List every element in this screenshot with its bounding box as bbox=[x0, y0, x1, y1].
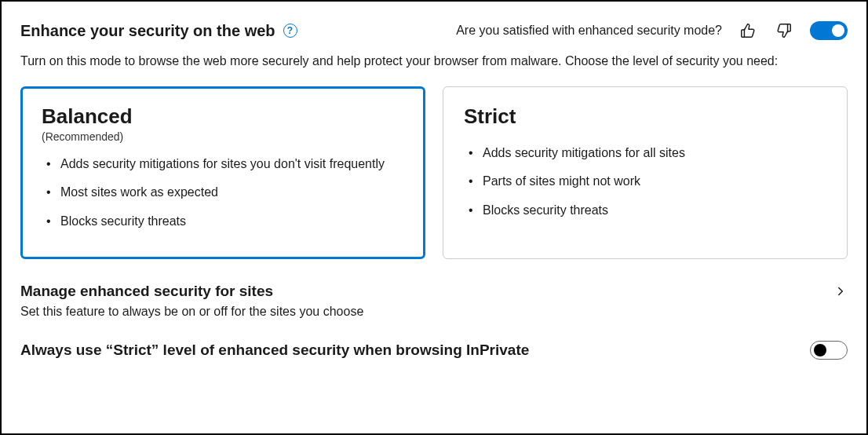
enhance-security-toggle[interactable] bbox=[810, 21, 848, 40]
mode-subtitle-balanced: (Recommended) bbox=[42, 130, 404, 143]
thumbs-up-icon bbox=[739, 22, 757, 39]
mode-bullet: Parts of sites might not work bbox=[464, 173, 826, 190]
mode-bullet: Adds security mitigations for all sites bbox=[464, 144, 826, 162]
mode-bullet: Adds security mitigations for sites you … bbox=[42, 155, 404, 173]
manage-sites-description: Set this feature to always be on or off … bbox=[20, 305, 848, 319]
header-row: Enhance your security on the web ? Are y… bbox=[20, 20, 848, 41]
help-icon[interactable]: ? bbox=[283, 24, 297, 38]
mode-bullets-balanced: Adds security mitigations for sites you … bbox=[42, 155, 404, 230]
thumbs-down-button[interactable] bbox=[774, 20, 794, 41]
mode-bullet: Blocks security threats bbox=[464, 202, 826, 219]
toggle-knob bbox=[832, 24, 844, 37]
mode-bullets-strict: Adds security mitigations for all sites … bbox=[464, 144, 826, 219]
mode-cards: Balanced (Recommended) Adds security mit… bbox=[20, 86, 848, 259]
thumbs-down-icon bbox=[775, 22, 793, 39]
header-left: Enhance your security on the web ? bbox=[20, 22, 297, 40]
toggle-knob bbox=[814, 344, 826, 356]
manage-sites-title: Manage enhanced security for sites bbox=[20, 283, 273, 300]
feedback-question: Are you satisfied with enhanced security… bbox=[456, 24, 722, 38]
inprivate-row: Always use “Strict” level of enhanced se… bbox=[20, 341, 848, 360]
mode-card-balanced[interactable]: Balanced (Recommended) Adds security mit… bbox=[20, 86, 425, 259]
manage-sites-row[interactable]: Manage enhanced security for sites bbox=[20, 280, 848, 305]
chevron-right-icon bbox=[833, 284, 848, 298]
inprivate-strict-toggle[interactable] bbox=[810, 341, 848, 360]
mode-title-balanced: Balanced bbox=[42, 104, 404, 129]
header-right: Are you satisfied with enhanced security… bbox=[456, 20, 848, 41]
mode-title-strict: Strict bbox=[464, 104, 826, 129]
feature-description: Turn on this mode to browse the web more… bbox=[20, 52, 848, 71]
page-title: Enhance your security on the web bbox=[20, 22, 275, 40]
mode-bullet: Blocks security threats bbox=[42, 213, 404, 230]
inprivate-label: Always use “Strict” level of enhanced se… bbox=[20, 342, 529, 359]
thumbs-up-button[interactable] bbox=[738, 20, 758, 41]
mode-card-strict[interactable]: Strict Adds security mitigations for all… bbox=[443, 86, 848, 259]
mode-bullet: Most sites work as expected bbox=[42, 184, 404, 201]
